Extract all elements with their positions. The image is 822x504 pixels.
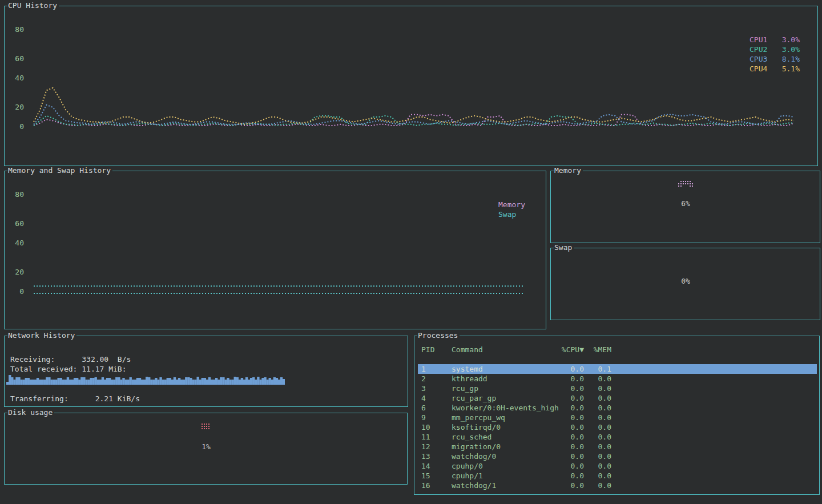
process-cpu: 0.0 [553, 422, 584, 432]
process-mem: 0.0 [584, 403, 611, 413]
disk-percent: 1% [196, 442, 216, 451]
legend-item-cpu2: CPU23.0% [750, 45, 800, 54]
header-cpu-sort[interactable]: %CPU▼ [553, 345, 584, 354]
cpu-history-chart [5, 6, 817, 166]
legend-value: 3.0% [782, 35, 800, 45]
memory-gauge-panel[interactable]: Memory 6% [550, 171, 820, 243]
process-cpu: 0.0 [553, 374, 584, 384]
process-command: watchdog/0 [452, 451, 553, 461]
process-pid: 15 [421, 471, 452, 481]
legend-item-cpu4: CPU45.1% [750, 64, 800, 74]
process-pid: 2 [421, 374, 452, 384]
process-pid: 4 [421, 393, 452, 403]
legend-label: CPU3 [750, 54, 767, 64]
memory-swap-history-chart [5, 171, 546, 329]
process-cpu: 0.0 [553, 481, 584, 490]
network-history-panel[interactable]: Network History Receiving: 332.00 B/s To… [4, 336, 408, 407]
process-command: rcu_par_gp [452, 393, 553, 403]
process-cpu: 0.0 [553, 451, 584, 461]
memory-swap-legend: MemorySwap [498, 200, 525, 219]
legend-label: Memory [498, 200, 525, 209]
memory-gauge-title: Memory [554, 166, 583, 175]
process-row[interactable]: 10ksoftirqd/00.00.0 [418, 422, 817, 432]
process-row[interactable]: 4rcu_par_gp0.00.0 [418, 393, 817, 403]
swap-gauge-panel[interactable]: Swap 0% [550, 248, 820, 320]
process-pid: 13 [421, 451, 452, 461]
process-command: systemd [452, 364, 553, 374]
process-cpu: 0.0 [553, 442, 584, 451]
header-command[interactable]: Command [452, 345, 553, 354]
header-pid[interactable]: PID [421, 345, 452, 354]
legend-item-memory: Memory [498, 200, 525, 209]
disk-gauge-arc [202, 424, 212, 432]
process-mem: 0.0 [584, 461, 611, 471]
process-row[interactable]: 15cpuhp/10.00.0 [418, 471, 817, 481]
process-row[interactable]: 6kworker/0:0H-events_high0.00.0 [418, 403, 817, 413]
process-mem: 0.0 [584, 481, 611, 490]
process-command: migration/0 [452, 442, 553, 451]
process-pid: 1 [421, 364, 452, 374]
memory-gauge-arc [678, 181, 695, 189]
process-pid: 11 [421, 432, 452, 442]
swap-percent: 0% [676, 277, 695, 286]
disk-usage-title: Disk usage [7, 408, 54, 417]
process-row-selected[interactable]: 1systemd0.00.1 [418, 364, 817, 374]
process-mem: 0.0 [584, 374, 611, 384]
process-mem: 0.0 [584, 422, 611, 432]
legend-label: CPU4 [750, 64, 767, 74]
process-command: ksoftirqd/0 [452, 422, 553, 432]
swap-gauge-title: Swap [554, 243, 574, 252]
header-mem[interactable]: %MEM [584, 345, 611, 354]
process-pid: 12 [421, 442, 452, 451]
legend-value: 5.1% [782, 64, 800, 74]
process-command: cpuhp/0 [452, 461, 553, 471]
process-cpu: 0.0 [553, 393, 584, 403]
network-sparkline [6, 373, 285, 385]
process-command: rcu_gp [452, 384, 553, 393]
legend-label: CPU1 [750, 35, 767, 45]
process-cpu: 0.0 [553, 461, 584, 471]
process-cpu: 0.0 [553, 364, 584, 374]
cpu-legend: CPU13.0%CPU23.0%CPU38.1%CPU45.1% [750, 35, 800, 74]
process-command: cpuhp/1 [452, 471, 553, 481]
legend-item-cpu1: CPU13.0% [750, 35, 800, 45]
process-row[interactable]: 2kthreadd0.00.0 [418, 374, 817, 384]
process-table-body: 1systemd0.00.12kthreadd0.00.03rcu_gp0.00… [418, 364, 817, 490]
processes-title: Processes [417, 331, 460, 340]
network-transferring: Transferring: 2.21 KiB/s [10, 394, 140, 404]
process-mem: 0.0 [584, 442, 611, 451]
process-row[interactable]: 16watchdog/10.00.0 [418, 481, 817, 490]
disk-usage-panel[interactable]: Disk usage 1% [4, 413, 408, 485]
legend-item-cpu3: CPU38.1% [750, 54, 800, 64]
legend-item-swap: Swap [498, 209, 525, 219]
memory-swap-history-panel[interactable]: Memory and Swap History 806040200 Memory… [4, 171, 546, 329]
process-row[interactable]: 3rcu_gp0.00.0 [418, 384, 817, 393]
process-pid: 9 [421, 413, 452, 422]
process-row[interactable]: 13watchdog/00.00.0 [418, 451, 817, 461]
process-pid: 3 [421, 384, 452, 393]
process-mem: 0.0 [584, 384, 611, 393]
network-history-title: Network History [7, 331, 76, 340]
process-cpu: 0.0 [553, 432, 584, 442]
process-command: kworker/0:0H-events_high [452, 403, 553, 413]
process-table-header[interactable]: PID Command %CPU▼ %MEM [418, 345, 817, 354]
process-row[interactable]: 9mm_percpu_wq0.00.0 [418, 413, 817, 422]
process-command: watchdog/1 [452, 481, 553, 490]
system-monitor-app: { "colors": { "background": "#2b2d2e", "… [0, 0, 822, 504]
legend-label: CPU2 [750, 45, 767, 54]
process-row[interactable]: 14cpuhp/00.00.0 [418, 461, 817, 471]
process-row[interactable]: 11rcu_sched0.00.0 [418, 432, 817, 442]
series-line-cpu4 [34, 88, 794, 124]
process-cpu: 0.0 [553, 471, 584, 481]
process-cpu: 0.0 [553, 384, 584, 393]
process-pid: 6 [421, 403, 452, 413]
cpu-history-panel[interactable]: CPU History 806040200 CPU13.0%CPU23.0%CP… [4, 6, 818, 166]
process-cpu: 0.0 [553, 413, 584, 422]
network-receiving: Receiving: 332.00 B/s [10, 354, 131, 364]
process-row[interactable]: 12migration/00.00.0 [418, 442, 817, 451]
process-cpu: 0.0 [553, 403, 584, 413]
process-mem: 0.0 [584, 413, 611, 422]
process-mem: 0.1 [584, 364, 611, 374]
processes-panel[interactable]: Processes PID Command %CPU▼ %MEM 1system… [414, 336, 820, 495]
process-command: mm_percpu_wq [452, 413, 553, 422]
